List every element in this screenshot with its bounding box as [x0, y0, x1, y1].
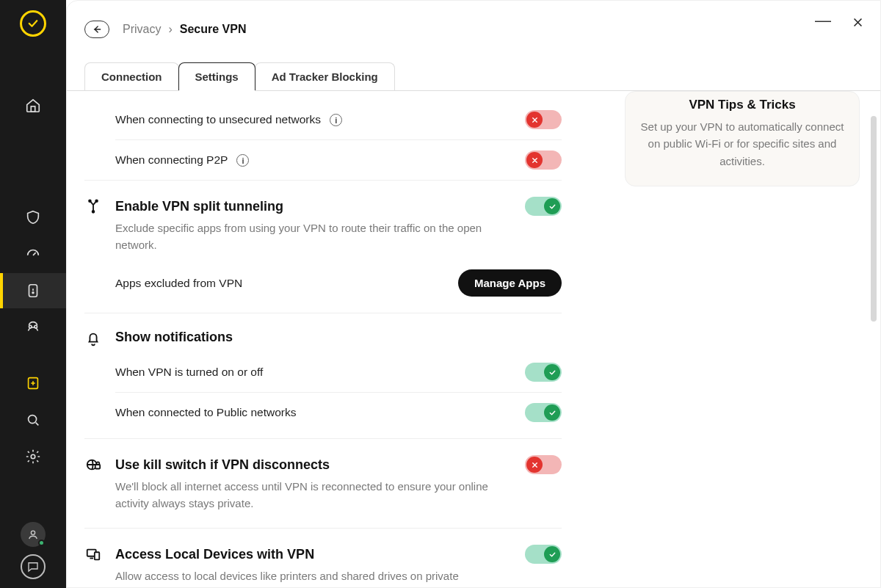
row-notify-onoff: When VPN is turned on or off — [115, 352, 562, 393]
settings-content: When connecting to unsecured networks i … — [67, 91, 625, 587]
svg-point-9 — [89, 200, 91, 202]
split-icon — [84, 197, 102, 214]
svg-point-3 — [29, 325, 32, 328]
section-split-tunneling: Enable VPN split tunneling Exclude speci… — [84, 181, 562, 313]
row-label: Apps excluded from VPN — [115, 277, 449, 290]
section-desc: We'll block all internet access until VP… — [115, 479, 497, 528]
app-logo — [20, 10, 46, 37]
row-p2p: When connecting P2P i — [115, 140, 562, 180]
svg-rect-15 — [95, 552, 99, 559]
svg-rect-13 — [95, 465, 100, 469]
svg-rect-0 — [31, 106, 35, 112]
tips-sidebar: VPN Tips & Tricks Set up your VPN to aut… — [625, 91, 860, 587]
section-title: Access Local Devices with VPN — [115, 547, 525, 562]
breadcrumb-current: Secure VPN — [180, 23, 247, 36]
tab-connection[interactable]: Connection — [84, 62, 179, 90]
tips-desc: Set up your VPN to automatically connect… — [640, 118, 844, 170]
row-label: When VPN is turned on or off — [115, 366, 516, 379]
toggle-p2p[interactable] — [525, 150, 562, 170]
status-dot — [38, 540, 45, 546]
row-label: When connected to Public networks — [115, 406, 516, 419]
toggle-split-tunneling[interactable] — [525, 197, 562, 216]
toggle-notify-onoff[interactable] — [525, 363, 562, 382]
toggle-kill-switch[interactable] — [525, 455, 562, 474]
tabs: Connection Settings Ad Tracker Blocking — [67, 62, 880, 91]
bell-icon — [84, 330, 102, 347]
svg-point-4 — [35, 325, 37, 328]
sidebar-item-security[interactable] — [0, 200, 66, 235]
section-local-devices: Access Local Devices with VPN Allow acce… — [84, 529, 562, 587]
svg-point-2 — [32, 292, 34, 294]
window-controls: — — [815, 14, 864, 33]
sidebar-item-identity[interactable] — [0, 310, 66, 345]
sidebar-item-performance[interactable] — [0, 236, 66, 272]
sidebar — [0, 0, 66, 588]
tab-ad-tracker[interactable]: Ad Tracker Blocking — [255, 62, 395, 90]
section-title: Enable VPN split tunneling — [115, 199, 525, 214]
info-icon[interactable]: i — [236, 154, 249, 167]
breadcrumb-parent[interactable]: Privacy — [123, 23, 161, 36]
sidebar-item-settings[interactable] — [0, 439, 66, 474]
sidebar-item-add[interactable] — [0, 366, 66, 401]
toggle-local-devices[interactable] — [525, 545, 562, 564]
close-button[interactable] — [852, 16, 864, 32]
row-label: When connecting P2P — [115, 153, 228, 166]
section-title: Use kill switch if VPN disconnects — [115, 457, 525, 473]
devices-icon — [84, 545, 102, 562]
toggle-notify-public[interactable] — [525, 403, 562, 422]
svg-point-10 — [95, 200, 98, 202]
svg-point-6 — [29, 415, 37, 424]
section-notifications: Show notifications When VPN is turned on… — [84, 313, 562, 439]
section-desc: Allow access to local devices like print… — [115, 568, 497, 587]
globe-lock-icon — [84, 455, 102, 473]
user-avatar[interactable] — [21, 522, 46, 547]
minimize-button[interactable]: — — [815, 11, 831, 30]
tips-card: VPN Tips & Tricks Set up your VPN to aut… — [625, 91, 860, 186]
section-kill-switch: Use kill switch if VPN disconnects We'll… — [84, 439, 562, 529]
svg-point-11 — [93, 211, 95, 213]
scrollbar[interactable] — [870, 98, 877, 580]
svg-point-8 — [31, 531, 35, 534]
info-icon[interactable]: i — [330, 114, 342, 126]
toggle-unsecured[interactable] — [525, 110, 562, 129]
tab-settings[interactable]: Settings — [178, 62, 255, 90]
row-notify-public: When connected to Public networks — [115, 393, 562, 438]
row-unsecured-networks: When connecting to unsecured networks i — [115, 100, 562, 140]
tips-title: VPN Tips & Tricks — [640, 98, 844, 112]
svg-point-7 — [31, 454, 35, 459]
scrollbar-thumb[interactable] — [871, 116, 877, 322]
breadcrumb: Privacy › Secure VPN — [123, 23, 247, 36]
section-desc: Exclude specific apps from using your VP… — [115, 220, 497, 253]
sidebar-item-search[interactable] — [0, 402, 66, 438]
main-panel: — Privacy › Secure VPN Connection Settin… — [66, 0, 881, 588]
section-title: Show notifications — [115, 330, 562, 345]
sidebar-item-home[interactable] — [0, 88, 66, 123]
manage-apps-button[interactable]: Manage Apps — [458, 269, 562, 297]
chat-button[interactable] — [21, 554, 46, 579]
row-label: When connecting to unsecured networks — [115, 113, 321, 126]
back-button[interactable] — [84, 21, 109, 38]
sidebar-item-privacy[interactable] — [0, 273, 66, 308]
chevron-right-icon: › — [168, 23, 172, 36]
